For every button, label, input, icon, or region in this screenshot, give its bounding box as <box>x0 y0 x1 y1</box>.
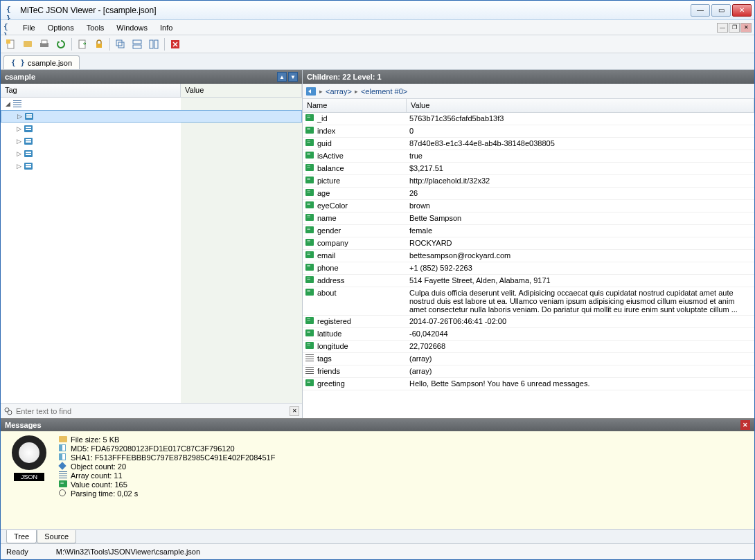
close-button[interactable]: ✕ <box>732 4 752 17</box>
breadcrumb-root-icon[interactable] <box>305 87 317 96</box>
property-value: true <box>407 150 754 161</box>
tree-child-row[interactable]: ▷ <box>1 160 302 172</box>
open-button[interactable] <box>20 37 35 52</box>
message-line: MD5: FDA6792080123FD1E017C87C3F796120 <box>59 444 275 453</box>
clear-find-button[interactable]: ✕ <box>290 406 299 416</box>
messages-header: Messages ✕ <box>1 419 754 431</box>
detail-row[interactable]: companyROCKYARD <box>303 237 754 250</box>
mdi-close-button[interactable]: ✕ <box>740 23 752 33</box>
refresh-button[interactable] <box>53 37 69 52</box>
value-icon <box>305 214 315 222</box>
column-value[interactable]: Value <box>181 84 302 97</box>
property-name: eyeColor <box>317 201 348 210</box>
tree-root-row[interactable]: ◢ <box>1 98 302 110</box>
property-name: phone <box>317 264 339 272</box>
detail-row[interactable]: guid87d40e83-e1c3-44e8-ab4b-38148e038805 <box>303 138 754 150</box>
breadcrumb-item[interactable]: <array> <box>326 87 352 96</box>
lock-button[interactable] <box>91 37 107 52</box>
menu-file[interactable]: File <box>17 22 41 33</box>
breadcrumb-item[interactable]: <element #0> <box>361 87 407 96</box>
tile-horizontal-button[interactable] <box>130 37 145 52</box>
export-button[interactable] <box>75 37 90 52</box>
menu-windows[interactable]: Windows <box>111 22 153 33</box>
cascade-button[interactable] <box>113 37 128 52</box>
detail-row[interactable]: genderfemale <box>303 225 754 237</box>
tile-vertical-button[interactable] <box>146 37 161 52</box>
property-value: 514 Fayette Street, Alden, Alabama, 9171 <box>407 275 754 286</box>
minimize-button[interactable]: — <box>691 4 710 17</box>
detail-row[interactable]: tags(array) <box>303 353 754 365</box>
property-value: 22,702668 <box>407 341 754 352</box>
tree-view[interactable]: ◢▷▷▷▷▷ <box>1 98 302 403</box>
expand-arrow-icon[interactable]: ▷ <box>15 125 23 132</box>
detail-row[interactable]: nameBette Sampson <box>303 213 754 225</box>
detail-row[interactable]: aboutCulpa duis officia deserunt velit. … <box>303 287 754 316</box>
property-value: Culpa duis officia deserunt velit. Adipi… <box>407 287 754 315</box>
detail-row[interactable]: age26 <box>303 188 754 200</box>
expand-arrow-icon[interactable]: ▷ <box>15 150 23 157</box>
expand-all-button[interactable]: ▲ <box>277 72 287 82</box>
separator <box>71 38 72 51</box>
mdi-minimize-button[interactable]: — <box>717 23 728 33</box>
detail-row[interactable]: latitude-60,042044 <box>303 328 754 341</box>
expand-arrow-icon[interactable]: ▷ <box>15 138 23 145</box>
expand-arrow-icon[interactable]: ▷ <box>15 163 23 170</box>
menu-info[interactable]: Info <box>154 22 178 33</box>
collapse-all-button[interactable]: ▼ <box>288 72 298 82</box>
detail-row[interactable]: longitude22,702668 <box>303 341 754 353</box>
maximize-button[interactable]: ▭ <box>711 4 731 17</box>
message-text: Value count: 165 <box>71 480 127 489</box>
json-ring-icon <box>12 435 46 470</box>
message-text: Parsing time: 0,02 s <box>71 489 138 498</box>
detail-row[interactable]: picturehttp://placehold.it/32x32 <box>303 175 754 188</box>
detail-row[interactable]: greetingHello, Bette Sampson! You have 6… <box>303 378 754 390</box>
column-value[interactable]: Value <box>407 99 754 112</box>
tree-child-row[interactable]: ▷ <box>1 123 302 135</box>
property-name: gender <box>317 226 341 235</box>
detail-row[interactable]: registered2014-07-26T06:46:41 -02:00 <box>303 316 754 328</box>
value-icon <box>305 342 315 350</box>
detail-row[interactable]: eyeColorbrown <box>303 200 754 213</box>
column-name[interactable]: Name <box>303 99 407 112</box>
mdi-restore-button[interactable]: ❐ <box>729 23 740 33</box>
new-button[interactable] <box>3 37 19 52</box>
messages-title: Messages <box>5 421 42 429</box>
clock-icon <box>59 489 69 498</box>
message-line: Object count: 20 <box>59 462 275 471</box>
detail-row[interactable]: index0 <box>303 125 754 138</box>
expand-arrow-icon[interactable]: ▷ <box>15 113 24 120</box>
object-icon <box>23 124 34 134</box>
tree-child-row[interactable]: ▷ <box>1 147 302 160</box>
messages-close-button[interactable]: ✕ <box>740 420 750 430</box>
print-button[interactable] <box>37 37 52 52</box>
app-icon: { } <box>6 5 17 16</box>
value-icon <box>305 114 315 123</box>
detail-row[interactable]: _id5763b71c356cfafd5bab13f3 <box>303 113 754 125</box>
detail-grid[interactable]: _id5763b71c356cfafd5bab13f3index0guid87d… <box>303 113 754 418</box>
detail-row[interactable]: phone+1 (852) 592-2263 <box>303 262 754 275</box>
detail-row[interactable]: isActivetrue <box>303 150 754 163</box>
collapse-arrow-icon[interactable]: ◢ <box>3 100 12 107</box>
value-icon <box>305 317 315 325</box>
column-tag[interactable]: Tag <box>1 84 181 97</box>
detail-row[interactable]: emailbettesampson@rockyard.com <box>303 250 754 262</box>
close-all-button[interactable] <box>168 37 183 52</box>
property-name: address <box>317 276 344 284</box>
document-tab[interactable]: { } csample.json <box>3 55 80 69</box>
document-tab-label: csample.json <box>28 59 72 67</box>
tab-tree[interactable]: Tree <box>6 530 37 543</box>
menu-tools[interactable]: Tools <box>81 22 110 33</box>
property-value: 2014-07-26T06:46:41 -02:00 <box>407 316 754 327</box>
tree-child-row[interactable]: ▷ <box>1 110 302 123</box>
property-name: greeting <box>317 379 345 388</box>
detail-row[interactable]: balance$3,217.51 <box>303 163 754 175</box>
find-input[interactable] <box>16 407 287 415</box>
svg-rect-1 <box>6 39 10 44</box>
tab-source[interactable]: Source <box>37 530 76 543</box>
menu-options[interactable]: Options <box>42 22 80 33</box>
tree-child-row[interactable]: ▷ <box>1 135 302 147</box>
detail-row[interactable]: address514 Fayette Street, Alden, Alabam… <box>303 275 754 287</box>
bottom-tabs: Tree Source <box>1 529 754 544</box>
value-icon <box>305 379 315 388</box>
detail-row[interactable]: friends(array) <box>303 365 754 378</box>
